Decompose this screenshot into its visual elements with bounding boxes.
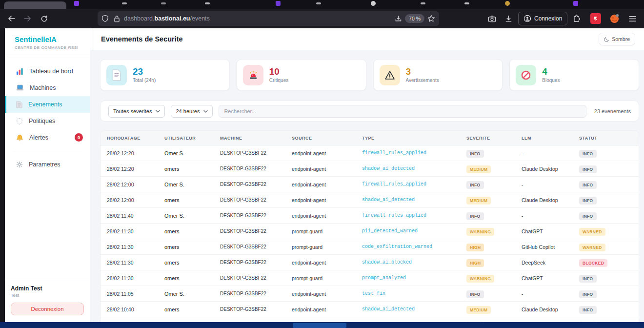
stat-card-blocked: 4 Bloques — [509, 59, 639, 91]
lock-icon[interactable] — [114, 15, 120, 22]
cell-machine: DESKTOP-G3SBF22 — [220, 182, 292, 187]
status-badge: INFO — [579, 290, 597, 298]
os-taskbar[interactable] — [0, 322, 644, 328]
severity-select[interactable]: Toutes severites — [108, 105, 165, 118]
cell-timestamp: 28/02 11:30 — [107, 275, 164, 281]
tab-favicon-icon[interactable] — [122, 2, 127, 4]
extension-shield-icon[interactable] — [590, 13, 601, 24]
table-row[interactable]: 28/02 12:00 Omer S. DESKTOP-G3SBF22 endp… — [101, 177, 639, 192]
table-row[interactable]: 28/02 11:30 omers DESKTOP-G3SBF22 prompt… — [101, 224, 639, 239]
cell-type-link[interactable]: prompt_analyzed — [362, 275, 466, 281]
browser-active-tab[interactable] — [4, 1, 66, 9]
status-badge: WARNED — [579, 244, 605, 251]
sidebar-item-label: Alertes — [29, 134, 48, 141]
table-row[interactable]: 28/02 10:40 Omer S. DESKTOP-G3SBF22 endp… — [101, 317, 639, 322]
severity-badge: MEDIUM — [466, 165, 491, 173]
cell-type-link[interactable]: firewall_rules_applied — [362, 213, 466, 218]
downloads-icon[interactable] — [503, 13, 514, 24]
table-row[interactable]: 28/02 11:05 Omer S. DESKTOP-G3SBF22 endp… — [101, 286, 639, 302]
cell-user: omers — [164, 307, 220, 312]
account-icon — [523, 15, 531, 22]
tab-favicon-icon[interactable] — [573, 1, 578, 6]
stat-value: 10 — [269, 67, 288, 77]
tab-favicon-icon[interactable] — [74, 1, 79, 6]
table-header-row: HORODATAGE UTILISATEUR MACHINE SOURCE TY… — [101, 131, 639, 145]
machines-icon — [16, 84, 24, 91]
time-range-select[interactable]: 24 heures — [171, 105, 213, 118]
url-path: /events — [190, 15, 210, 22]
cell-timestamp: 28/02 10:40 — [107, 307, 164, 312]
severity-badge: INFO — [466, 181, 484, 189]
extension-icon[interactable] — [571, 13, 583, 24]
save-page-icon[interactable] — [395, 15, 402, 22]
status-badge: INFO — [579, 306, 597, 314]
cell-machine: DESKTOP-G3SBF22 — [220, 260, 292, 265]
table-row[interactable]: 28/02 11:30 omers DESKTOP-G3SBF22 endpoi… — [101, 255, 639, 270]
reload-icon[interactable] — [38, 13, 50, 24]
tab-favicon-icon[interactable] — [505, 1, 510, 6]
url-text[interactable]: dashboard.bastionai.eu/events — [124, 15, 395, 22]
forward-icon[interactable] — [21, 13, 33, 24]
chevron-down-icon — [203, 110, 208, 113]
sidebar-item-machines[interactable]: Machines — [5, 80, 90, 96]
cell-type-link[interactable]: shadow_ai_blocked — [362, 260, 466, 265]
user-role: Test — [11, 292, 84, 298]
cell-type-link[interactable]: pii_detected_warned — [362, 228, 466, 234]
tab-favicon-icon[interactable] — [205, 2, 210, 4]
table-row[interactable]: 28/02 12:20 omers DESKTOP-G3SBF22 endpoi… — [101, 161, 639, 177]
sidebar-item-events[interactable]: Evenements — [5, 96, 90, 113]
policies-icon — [16, 118, 23, 125]
table-row[interactable]: 28/02 11:30 omers DESKTOP-G3SBF22 prompt… — [101, 270, 639, 286]
stat-value: 23 — [133, 67, 156, 77]
stat-cards: 23 Total (24h) 10 Critiques — [100, 59, 639, 91]
sidebar-item-label: Machines — [30, 84, 56, 91]
back-icon[interactable] — [6, 13, 18, 24]
tracking-shield-icon[interactable] — [101, 15, 109, 22]
screenshot-camera-icon[interactable] — [486, 13, 498, 24]
tab-favicon-icon[interactable] — [464, 2, 469, 4]
cell-machine: DESKTOP-G3SBF22 — [220, 244, 292, 249]
sidebar-item-alerts[interactable]: Alertes 0 — [5, 129, 90, 146]
table-row[interactable]: 28/02 11:30 omers DESKTOP-G3SBF22 prompt… — [101, 239, 639, 255]
cell-type-link[interactable]: firewall_rules_applied — [362, 150, 466, 156]
theme-toggle-button[interactable]: Sombre — [599, 33, 635, 45]
cell-type-link[interactable]: test_fix — [362, 291, 466, 296]
sidebar-item-dashboard[interactable]: Tableau de bord — [5, 63, 90, 80]
cell-type-link[interactable]: shadow_ai_detected — [362, 166, 466, 171]
cell-type-link[interactable]: code_exfiltration_warned — [362, 244, 466, 249]
cell-timestamp: 28/02 12:00 — [107, 182, 164, 187]
url-domain: bastionai.eu — [155, 15, 190, 22]
tab-favicon-icon[interactable] — [316, 2, 321, 4]
stat-card-critical: 10 Critiques — [237, 59, 366, 91]
column-header: MACHINE — [220, 136, 292, 141]
tab-favicon-icon[interactable] — [371, 1, 376, 6]
search-input[interactable] — [219, 105, 586, 118]
logout-button[interactable]: Deconnexion — [11, 303, 84, 315]
cell-type-link[interactable]: firewall_rules_applied — [362, 182, 466, 187]
cell-user: omers — [164, 197, 220, 203]
cell-timestamp: 28/02 11:40 — [107, 213, 164, 219]
column-header: HORODATAGE — [107, 136, 164, 141]
menu-icon[interactable] — [626, 13, 638, 24]
tab-favicon-icon[interactable] — [276, 1, 281, 6]
cell-llm: GitHub Copilot — [522, 244, 579, 250]
tab-favicon-icon[interactable] — [161, 2, 166, 4]
table-row[interactable]: 28/02 12:20 Omer S. DESKTOP-G3SBF22 endp… — [101, 145, 639, 161]
sidebar-item-policies[interactable]: Politiques — [5, 113, 90, 129]
sidebar-item-settings[interactable]: Parametres — [5, 156, 90, 173]
extension-mask-icon[interactable] — [609, 13, 620, 24]
cell-type-link[interactable]: shadow_ai_detected — [362, 307, 466, 312]
table-row[interactable]: 28/02 10:40 omers DESKTOP-G3SBF22 endpoi… — [101, 302, 639, 317]
severity-badge: WARNING — [466, 228, 494, 236]
cell-type-link[interactable]: shadow_ai_detected — [362, 197, 466, 203]
url-bar[interactable]: dashboard.bastionai.eu/events 70 % — [98, 11, 439, 26]
severity-badge: INFO — [466, 212, 484, 220]
zoom-level-badge[interactable]: 70 % — [405, 14, 424, 23]
table-row[interactable]: 28/02 11:40 Omer S. DESKTOP-G3SBF22 endp… — [101, 208, 639, 224]
table-row[interactable]: 28/02 12:00 omers DESKTOP-G3SBF22 endpoi… — [101, 192, 639, 208]
tab-favicon-icon[interactable] — [421, 2, 425, 4]
bookmark-star-icon[interactable] — [427, 15, 435, 22]
events-table: HORODATAGE UTILISATEUR MACHINE SOURCE TY… — [100, 130, 639, 322]
connexion-button[interactable]: Connexion — [518, 12, 567, 25]
taskbar-highlight — [293, 323, 346, 328]
